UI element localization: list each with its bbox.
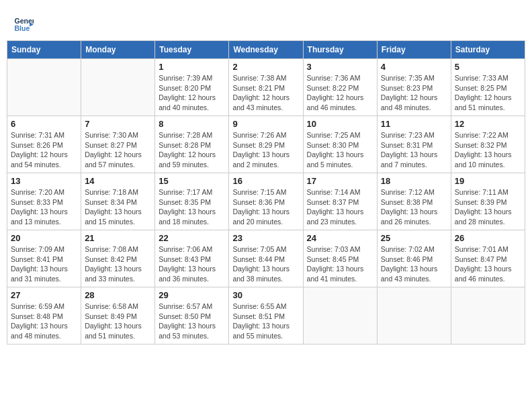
calendar-cell: 23Sunrise: 7:05 AMSunset: 8:44 PMDayligh… — [229, 230, 303, 287]
weekday-header: Monday — [81, 41, 155, 59]
calendar-cell: 10Sunrise: 7:25 AMSunset: 8:30 PMDayligh… — [303, 116, 377, 173]
day-number: 20 — [11, 233, 77, 243]
calendar-cell: 2Sunrise: 7:38 AMSunset: 8:21 PMDaylight… — [229, 59, 303, 116]
calendar-cell: 24Sunrise: 7:03 AMSunset: 8:45 PMDayligh… — [303, 230, 377, 287]
day-number: 25 — [381, 233, 447, 243]
day-info: Sunrise: 7:14 AMSunset: 8:37 PMDaylight:… — [307, 187, 373, 227]
day-info: Sunrise: 7:18 AMSunset: 8:34 PMDaylight:… — [85, 187, 151, 227]
calendar-cell: 4Sunrise: 7:35 AMSunset: 8:23 PMDaylight… — [377, 59, 451, 116]
day-info: Sunrise: 7:36 AMSunset: 8:22 PMDaylight:… — [307, 73, 373, 113]
calendar-week-row: 27Sunrise: 6:59 AMSunset: 8:48 PMDayligh… — [7, 287, 525, 345]
day-info: Sunrise: 7:30 AMSunset: 8:27 PMDaylight:… — [85, 130, 151, 170]
calendar-cell — [377, 287, 451, 345]
day-number: 12 — [455, 119, 521, 129]
calendar-cell: 21Sunrise: 7:08 AMSunset: 8:42 PMDayligh… — [81, 230, 155, 287]
calendar-cell: 7Sunrise: 7:30 AMSunset: 8:27 PMDaylight… — [81, 116, 155, 173]
calendar-week-row: 6Sunrise: 7:31 AMSunset: 8:26 PMDaylight… — [7, 116, 525, 173]
day-info: Sunrise: 6:58 AMSunset: 8:49 PMDaylight:… — [85, 302, 151, 341]
day-number: 28 — [85, 290, 151, 300]
calendar-cell: 28Sunrise: 6:58 AMSunset: 8:49 PMDayligh… — [81, 287, 155, 345]
calendar-cell: 12Sunrise: 7:22 AMSunset: 8:32 PMDayligh… — [451, 116, 525, 173]
day-info: Sunrise: 7:31 AMSunset: 8:26 PMDaylight:… — [11, 130, 77, 170]
weekday-header: Saturday — [451, 41, 525, 59]
day-number: 11 — [381, 119, 447, 129]
calendar-body: 1Sunrise: 7:39 AMSunset: 8:20 PMDaylight… — [7, 59, 525, 345]
day-number: 30 — [232, 290, 299, 300]
calendar-cell: 5Sunrise: 7:33 AMSunset: 8:25 PMDaylight… — [451, 59, 525, 116]
calendar-cell: 8Sunrise: 7:28 AMSunset: 8:28 PMDaylight… — [155, 116, 229, 173]
calendar-week-row: 1Sunrise: 7:39 AMSunset: 8:20 PMDaylight… — [7, 59, 525, 116]
calendar-week-row: 20Sunrise: 7:09 AMSunset: 8:41 PMDayligh… — [7, 230, 525, 287]
day-info: Sunrise: 7:08 AMSunset: 8:42 PMDaylight:… — [85, 244, 151, 284]
calendar-cell: 15Sunrise: 7:17 AMSunset: 8:35 PMDayligh… — [155, 173, 229, 230]
day-number: 17 — [307, 176, 373, 186]
day-info: Sunrise: 7:35 AMSunset: 8:23 PMDaylight:… — [381, 73, 447, 113]
day-info: Sunrise: 7:09 AMSunset: 8:41 PMDaylight:… — [11, 244, 77, 284]
calendar-cell: 29Sunrise: 6:57 AMSunset: 8:50 PMDayligh… — [155, 287, 229, 345]
weekday-header: Sunday — [7, 41, 81, 59]
day-number: 8 — [159, 119, 225, 129]
calendar-cell: 17Sunrise: 7:14 AMSunset: 8:37 PMDayligh… — [303, 173, 377, 230]
weekday-header: Wednesday — [229, 41, 303, 59]
day-number: 2 — [232, 62, 299, 72]
day-number: 16 — [232, 176, 299, 186]
calendar-cell: 14Sunrise: 7:18 AMSunset: 8:34 PMDayligh… — [81, 173, 155, 230]
day-number: 7 — [85, 119, 151, 129]
logo: General Blue — [13, 13, 36, 34]
day-info: Sunrise: 7:33 AMSunset: 8:25 PMDaylight:… — [455, 73, 521, 113]
calendar-cell: 27Sunrise: 6:59 AMSunset: 8:48 PMDayligh… — [7, 287, 81, 345]
day-number: 29 — [159, 290, 225, 300]
day-info: Sunrise: 7:05 AMSunset: 8:44 PMDaylight:… — [232, 244, 299, 284]
calendar-cell — [81, 59, 155, 116]
day-number: 5 — [455, 62, 521, 72]
day-info: Sunrise: 7:02 AMSunset: 8:46 PMDaylight:… — [381, 244, 447, 284]
calendar-cell: 26Sunrise: 7:01 AMSunset: 8:47 PMDayligh… — [451, 230, 525, 287]
day-info: Sunrise: 7:03 AMSunset: 8:45 PMDaylight:… — [307, 244, 373, 284]
day-info: Sunrise: 6:57 AMSunset: 8:50 PMDaylight:… — [159, 302, 225, 341]
day-info: Sunrise: 7:12 AMSunset: 8:38 PMDaylight:… — [381, 187, 447, 227]
day-number: 1 — [159, 62, 225, 72]
day-number: 4 — [381, 62, 447, 72]
calendar-cell: 19Sunrise: 7:11 AMSunset: 8:39 PMDayligh… — [451, 173, 525, 230]
day-info: Sunrise: 7:01 AMSunset: 8:47 PMDaylight:… — [455, 244, 521, 284]
day-info: Sunrise: 7:39 AMSunset: 8:20 PMDaylight:… — [159, 73, 225, 113]
calendar-cell: 11Sunrise: 7:23 AMSunset: 8:31 PMDayligh… — [377, 116, 451, 173]
day-number: 19 — [455, 176, 521, 186]
calendar-cell — [451, 287, 525, 345]
calendar-cell — [303, 287, 377, 345]
day-info: Sunrise: 7:28 AMSunset: 8:28 PMDaylight:… — [159, 130, 225, 170]
day-info: Sunrise: 7:20 AMSunset: 8:33 PMDaylight:… — [11, 187, 77, 227]
day-info: Sunrise: 7:17 AMSunset: 8:35 PMDaylight:… — [159, 187, 225, 227]
calendar-cell: 3Sunrise: 7:36 AMSunset: 8:22 PMDaylight… — [303, 59, 377, 116]
day-number: 6 — [11, 119, 77, 129]
day-number: 3 — [307, 62, 373, 72]
day-info: Sunrise: 6:59 AMSunset: 8:48 PMDaylight:… — [11, 302, 77, 341]
calendar-week-row: 13Sunrise: 7:20 AMSunset: 8:33 PMDayligh… — [7, 173, 525, 230]
weekday-header: Tuesday — [155, 41, 229, 59]
day-number: 18 — [381, 176, 447, 186]
day-info: Sunrise: 7:11 AMSunset: 8:39 PMDaylight:… — [455, 187, 521, 227]
calendar-cell: 30Sunrise: 6:55 AMSunset: 8:51 PMDayligh… — [229, 287, 303, 345]
weekday-header: Friday — [377, 41, 451, 59]
day-number: 23 — [232, 233, 299, 243]
day-number: 22 — [159, 233, 225, 243]
day-info: Sunrise: 7:25 AMSunset: 8:30 PMDaylight:… — [307, 130, 373, 170]
calendar-cell: 6Sunrise: 7:31 AMSunset: 8:26 PMDaylight… — [7, 116, 81, 173]
calendar-cell: 18Sunrise: 7:12 AMSunset: 8:38 PMDayligh… — [377, 173, 451, 230]
day-number: 9 — [232, 119, 299, 129]
page-header: General Blue — [7, 7, 525, 37]
logo-icon: General Blue — [13, 13, 34, 34]
day-number: 21 — [85, 233, 151, 243]
calendar-cell: 9Sunrise: 7:26 AMSunset: 8:29 PMDaylight… — [229, 116, 303, 173]
day-info: Sunrise: 6:55 AMSunset: 8:51 PMDaylight:… — [232, 302, 299, 341]
day-number: 13 — [11, 176, 77, 186]
calendar-cell: 16Sunrise: 7:15 AMSunset: 8:36 PMDayligh… — [229, 173, 303, 230]
calendar-cell: 25Sunrise: 7:02 AMSunset: 8:46 PMDayligh… — [377, 230, 451, 287]
svg-text:Blue: Blue — [15, 24, 30, 32]
calendar-cell: 22Sunrise: 7:06 AMSunset: 8:43 PMDayligh… — [155, 230, 229, 287]
day-number: 24 — [307, 233, 373, 243]
calendar-table: SundayMondayTuesdayWednesdayThursdayFrid… — [7, 40, 525, 345]
calendar-cell — [7, 59, 81, 116]
day-number: 27 — [11, 290, 77, 300]
day-info: Sunrise: 7:22 AMSunset: 8:32 PMDaylight:… — [455, 130, 521, 170]
